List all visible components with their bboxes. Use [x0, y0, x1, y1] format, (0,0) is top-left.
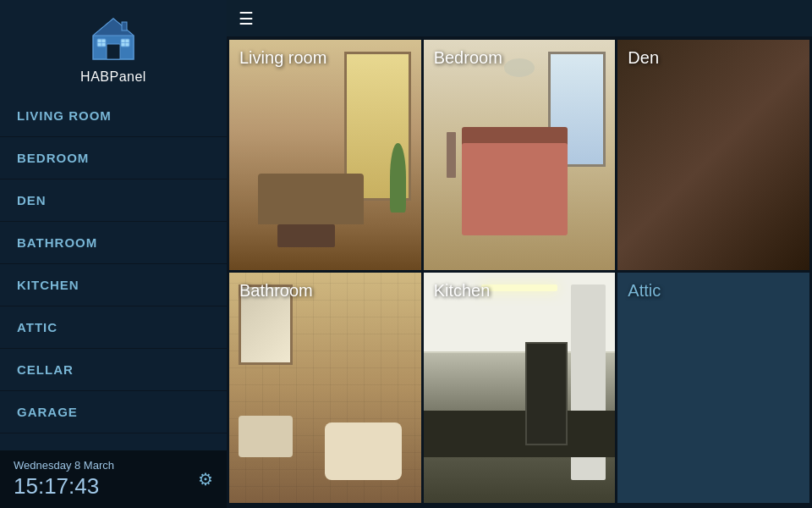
main-content: ☰ Living room Bedroom — [227, 0, 812, 508]
tile-bedroom[interactable]: Bedroom — [424, 40, 616, 270]
svg-marker-1 — [93, 19, 134, 36]
topbar: ☰ — [227, 0, 812, 37]
sidebar-item-bedroom[interactable]: BEDROOM — [0, 137, 227, 179]
sidebar-item-den[interactable]: DEN — [0, 179, 227, 222]
sidebar-item-cellar[interactable]: CELLAR — [0, 349, 227, 391]
sidebar: HABPanel LIVING ROOM BEDROOM DEN BATHROO… — [0, 0, 227, 508]
tile-kitchen[interactable]: Kitchen — [424, 273, 616, 503]
sidebar-footer: Wednesday 8 March 15:17:43 ⚙ — [0, 450, 227, 508]
sidebar-item-garage[interactable]: GARAGE — [0, 391, 227, 433]
footer-text: Wednesday 8 March 15:17:43 — [14, 459, 114, 500]
app-title: HABPanel — [80, 69, 146, 85]
sidebar-item-kitchen[interactable]: KITCHEN — [0, 264, 227, 306]
sidebar-item-attic[interactable]: ATTIC — [0, 306, 227, 349]
tile-den[interactable]: Den — [617, 40, 809, 270]
settings-icon[interactable]: ⚙ — [198, 469, 213, 489]
footer-date: Wednesday 8 March — [14, 459, 114, 472]
app-logo: HABPanel — [0, 0, 227, 95]
sidebar-item-living-room[interactable]: LIVING ROOM — [0, 95, 227, 137]
tile-den-label: Den — [628, 48, 659, 68]
hamburger-menu-icon[interactable]: ☰ — [239, 10, 254, 27]
tile-attic[interactable]: Attic — [617, 273, 809, 503]
footer-time: 15:17:43 — [14, 473, 114, 500]
svg-rect-2 — [107, 44, 120, 59]
house-icon — [90, 15, 137, 66]
tile-bathroom[interactable]: Bathroom — [229, 273, 421, 503]
nav-list: LIVING ROOM BEDROOM DEN BATHROOM KITCHEN… — [0, 95, 227, 450]
svg-rect-9 — [122, 22, 127, 30]
rooms-grid: Living room Bedroom Den — [227, 37, 812, 508]
tile-living-room[interactable]: Living room — [229, 40, 421, 270]
sidebar-item-bathroom[interactable]: BATHROOM — [0, 222, 227, 264]
tile-attic-label: Attic — [628, 281, 661, 301]
